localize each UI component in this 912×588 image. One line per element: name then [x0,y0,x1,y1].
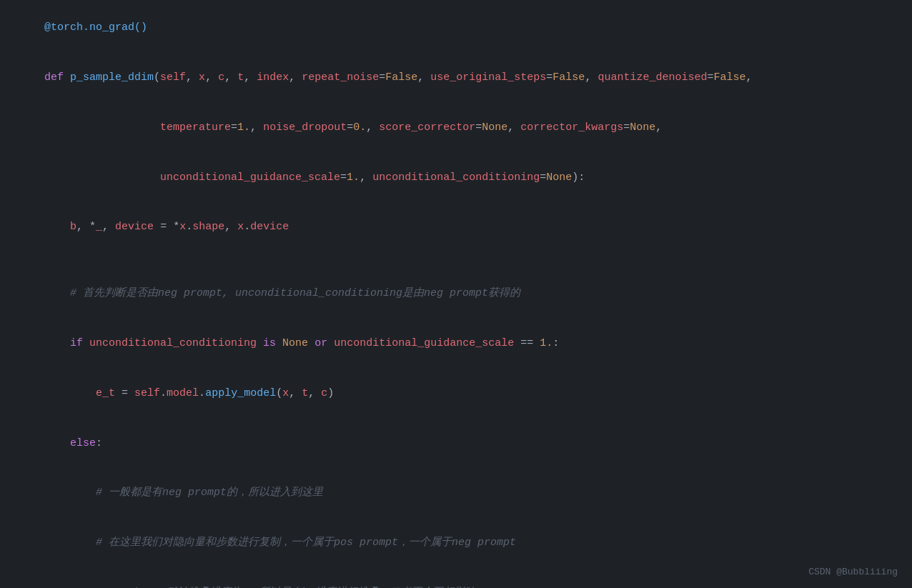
code-line-8: if unconditional_conditioning is None or… [0,319,912,369]
code-line-5: b, *_, device = *x.shape, x.device [0,202,912,252]
code-line-12: # 在这里我们对隐向量和步数进行复制，一个属于pos prompt，一个属于ne… [0,518,912,568]
code-line-4: unconditional_guidance_scale=1., uncondi… [0,152,912,202]
code-line-6 [0,252,912,269]
code-line-3: temperature=1., noise_dropout=0., score_… [0,103,912,153]
code-line-7: # 首先判断是否由neg prompt, unconditional_condi… [0,269,912,319]
code-line-1: @torch.no_grad() [0,3,912,53]
code-line-2: def p_sample_ddim(self, x, c, t, index, … [0,53,912,103]
code-container: @torch.no_grad() def p_sample_ddim(self,… [0,0,912,588]
watermark: CSDN @Bubbliiing [808,565,898,579]
code-line-9: e_t = self.model.apply_model(x, t, c) [0,369,912,419]
code-line-10: else: [0,418,912,468]
code-line-11: # 一般都是有neg prompt的，所以进入到这里 [0,468,912,518]
code-line-13: # torch.cat默认堆叠维度为0，所以是在bs维度进行堆叠，二者不会互相影… [0,568,912,589]
